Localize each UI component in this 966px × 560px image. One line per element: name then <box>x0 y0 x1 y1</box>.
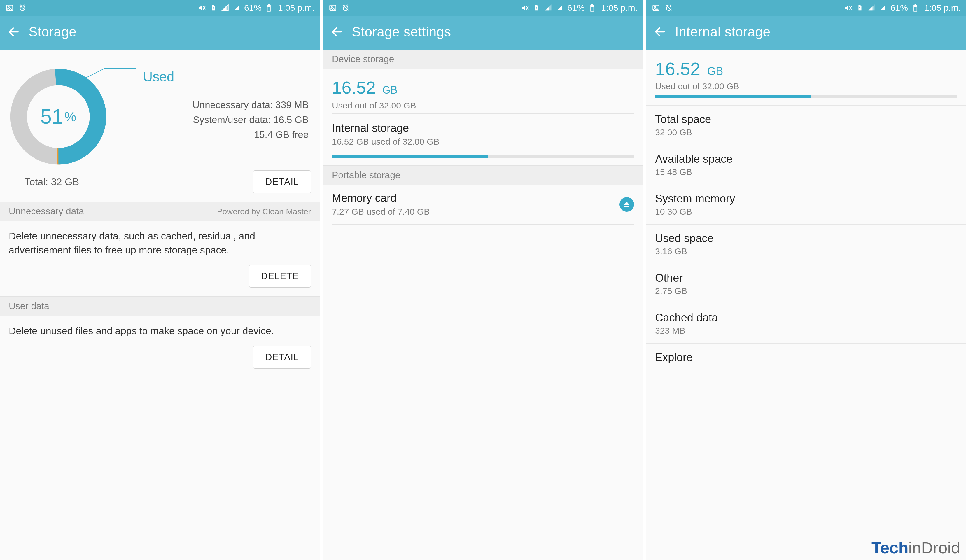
mute-icon <box>521 3 529 12</box>
alarm-off-icon <box>341 3 350 12</box>
mute-icon <box>844 3 853 12</box>
status-bar: 1 61% 1:05 p.m. <box>323 0 643 16</box>
svg-rect-6 <box>268 7 270 11</box>
item-title: Other <box>655 272 957 284</box>
item-subtitle: 2.75 GB <box>655 286 957 296</box>
svg-text:1: 1 <box>536 7 537 10</box>
battery-pct: 61% <box>244 3 261 13</box>
page-title: Internal storage <box>675 24 770 39</box>
total-storage: Total: 32 GB <box>25 176 79 187</box>
svg-point-11 <box>331 7 332 8</box>
svg-point-18 <box>654 7 656 8</box>
storage-item-available-space[interactable]: Available space15.48 GB <box>646 145 966 185</box>
status-time: 1:05 p.m. <box>924 3 961 13</box>
section-device-storage: Device storage <box>323 49 643 69</box>
svg-rect-22 <box>915 4 916 5</box>
battery-pct: 61% <box>567 3 585 13</box>
signal2-icon <box>232 3 241 12</box>
app-bar: Internal storage <box>646 16 966 49</box>
userdata-detail-button[interactable]: DETAIL <box>253 346 311 369</box>
mute-icon <box>197 3 206 12</box>
svg-text:1: 1 <box>859 7 861 10</box>
battery-icon <box>264 3 273 12</box>
item-title: Available space <box>655 153 957 165</box>
item-title: Cached data <box>655 312 957 324</box>
screen-storage-settings: 1 61% 1:05 p.m. Storage settings Device … <box>323 0 643 560</box>
unnecessary-description: Delete unnecessary data, such as cached,… <box>0 221 320 260</box>
battery-pct: 61% <box>890 3 908 13</box>
storage-item-system-memory[interactable]: System memory10.30 GB <box>646 185 966 224</box>
item-title: Total space <box>655 113 957 126</box>
back-icon[interactable] <box>653 25 667 38</box>
status-time: 1:05 p.m. <box>601 3 637 13</box>
item-title: Used space <box>655 232 957 245</box>
app-bar: Storage settings <box>323 16 643 49</box>
alarm-off-icon <box>664 3 673 12</box>
svg-rect-23 <box>914 7 917 11</box>
alarm-off-icon <box>18 3 27 12</box>
sim-icon: 1 <box>856 3 864 12</box>
sim-icon: 1 <box>209 3 218 12</box>
svg-rect-15 <box>591 4 593 5</box>
storage-item-cached-data[interactable]: Cached data323 MB <box>646 304 966 343</box>
signal2-icon <box>555 3 564 12</box>
device-usage-summary: 16.52 GB Used out of 32.00 GB <box>323 69 643 113</box>
storage-item-total-space[interactable]: Total space32.00 GB <box>646 105 966 145</box>
delete-button[interactable]: DELETE <box>249 264 311 287</box>
screen-internal-storage: 1 61% 1:05 p.m. Internal storage 16.52 G… <box>646 0 966 560</box>
section-portable-storage: Portable storage <box>323 165 643 185</box>
signal-icon <box>221 3 230 12</box>
internal-progress <box>323 155 643 158</box>
back-icon[interactable] <box>7 25 20 38</box>
image-icon <box>652 3 660 12</box>
watermark: TechinDroid <box>871 538 960 557</box>
powered-by: Powered by Clean Master <box>217 207 311 217</box>
sim-icon: 1 <box>532 3 541 12</box>
page-title: Storage <box>29 24 77 39</box>
signal-icon <box>544 3 553 12</box>
used-percentage: 51% <box>9 67 108 166</box>
used-label: Used <box>143 69 311 85</box>
usage-progress <box>646 95 966 101</box>
memory-card-row[interactable]: Memory card 7.27 GB used of 7.40 GB <box>323 185 643 224</box>
item-subtitle: 32.00 GB <box>655 128 957 137</box>
signal-icon <box>867 3 876 12</box>
storage-chart: 51% Used Unnecessary data: 339 MB System… <box>0 49 320 166</box>
storage-item-other[interactable]: Other2.75 GB <box>646 264 966 304</box>
section-userdata: User data <box>0 296 320 316</box>
page-title: Storage settings <box>352 24 451 39</box>
signal2-icon <box>879 3 887 12</box>
image-icon <box>5 3 14 12</box>
status-bar: 1 61% 1:05 p.m. <box>646 0 966 16</box>
item-subtitle: 323 MB <box>655 326 957 336</box>
svg-text:1: 1 <box>213 7 214 10</box>
internal-storage-row[interactable]: Internal storage 16.52 GB used of 32.00 … <box>323 114 643 151</box>
section-unnecessary: Unnecessary data Powered by Clean Master <box>0 202 320 221</box>
eject-icon[interactable] <box>619 197 634 212</box>
battery-icon <box>911 3 920 12</box>
detail-button[interactable]: DETAIL <box>253 170 311 194</box>
usage-breakdown: Unnecessary data: 339 MB System/user dat… <box>120 97 311 142</box>
app-bar: Storage <box>0 16 320 49</box>
item-subtitle: 10.30 GB <box>655 207 957 217</box>
status-time: 1:05 p.m. <box>278 3 314 13</box>
item-subtitle: 3.16 GB <box>655 246 957 256</box>
storage-item-explore[interactable]: Explore <box>646 343 966 371</box>
item-subtitle: 15.48 GB <box>655 167 957 177</box>
screen-storage: 1 61% 1:05 p.m. Storage <box>0 0 320 560</box>
item-title: System memory <box>655 192 957 205</box>
item-title: Explore <box>655 351 957 364</box>
userdata-description: Delete unused files and apps to make spa… <box>0 316 320 341</box>
status-bar: 1 61% 1:05 p.m. <box>0 0 320 16</box>
svg-rect-16 <box>591 7 593 11</box>
image-icon <box>329 3 337 12</box>
back-icon[interactable] <box>330 25 343 38</box>
svg-point-1 <box>8 7 9 8</box>
storage-item-used-space[interactable]: Used space3.16 GB <box>646 224 966 264</box>
svg-rect-5 <box>268 4 270 5</box>
battery-icon <box>588 3 596 12</box>
usage-summary: 16.52 GB Used out of 32.00 GB <box>646 49 966 95</box>
